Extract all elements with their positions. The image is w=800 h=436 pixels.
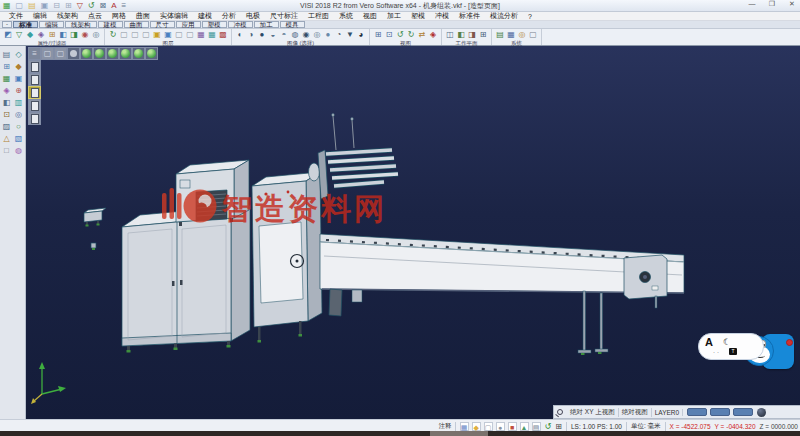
- menu-item[interactable]: 模流分析: [485, 11, 523, 21]
- ribbon-tool-icon[interactable]: ◧: [58, 30, 68, 40]
- ime-status-pill[interactable]: A ☾ ·· T: [698, 333, 764, 360]
- ribbon-tool-icon[interactable]: ⊡: [384, 30, 394, 40]
- color-swatch[interactable]: [687, 408, 707, 416]
- layer-strip-item[interactable]: 绝对视图: [619, 408, 652, 417]
- menu-item[interactable]: 曲面: [131, 11, 155, 21]
- render-sphere-icon[interactable]: [757, 408, 766, 417]
- ribbon-tool-icon[interactable]: ◑: [246, 30, 256, 40]
- ribbon-tool-icon[interactable]: ◒: [268, 30, 278, 40]
- menu-item[interactable]: 工程图: [303, 11, 334, 21]
- menu-item[interactable]: 文件: [4, 11, 28, 21]
- window-control-button[interactable]: ❐: [766, 0, 778, 8]
- palette-tool-icon[interactable]: ◧: [1, 97, 12, 108]
- toolbar-tab[interactable]: 塑模: [202, 21, 227, 28]
- top-view-icon[interactable]: [106, 47, 119, 60]
- menu-item[interactable]: 编辑: [28, 11, 52, 21]
- toolbar-tab[interactable]: 冲模: [228, 21, 253, 28]
- crosshair-icon[interactable]: ⊞: [555, 422, 562, 431]
- right-view-icon[interactable]: [119, 47, 132, 60]
- view-page-5-icon[interactable]: [28, 112, 41, 125]
- view-page-1-icon[interactable]: [28, 60, 41, 73]
- ime-moon-icon[interactable]: ☾: [723, 337, 731, 347]
- ribbon-tool-icon[interactable]: ▣: [163, 30, 173, 40]
- menu-item[interactable]: 塑模: [406, 11, 430, 21]
- ribbon-tool-icon[interactable]: ▢: [130, 30, 140, 40]
- ribbon-tool-icon[interactable]: ▦: [207, 30, 217, 40]
- palette-tool-icon[interactable]: ▣: [13, 73, 24, 84]
- menu-item[interactable]: 建模: [193, 11, 217, 21]
- back-view-icon[interactable]: [145, 47, 158, 60]
- menu-item[interactable]: ?: [523, 13, 537, 20]
- ribbon-tool-icon[interactable]: ◔: [334, 30, 344, 40]
- ribbon-tool-icon[interactable]: ◐: [235, 30, 245, 40]
- ribbon-tool-icon[interactable]: ◩: [3, 30, 13, 40]
- ribbon-tool-icon[interactable]: ↻: [108, 30, 118, 40]
- ribbon-tool-icon[interactable]: ◎: [312, 30, 322, 40]
- ribbon-tool-icon[interactable]: ◎: [517, 30, 527, 40]
- color-swatch[interactable]: [710, 408, 730, 416]
- ribbon-tool-icon[interactable]: ⇄: [417, 30, 427, 40]
- layer-strip-item[interactable]: 绝对 XY 上视图: [567, 408, 619, 417]
- palette-tool-icon[interactable]: ▥: [13, 97, 24, 108]
- magnifier-icon[interactable]: [557, 409, 563, 415]
- ribbon-tool-icon[interactable]: ▢: [185, 30, 195, 40]
- ribbon-tool-icon[interactable]: ▣: [152, 30, 162, 40]
- ribbon-tool-icon[interactable]: ↻: [406, 30, 416, 40]
- view-page-4-icon[interactable]: [28, 99, 41, 112]
- toolbar-tab[interactable]: 编辑: [39, 21, 64, 28]
- status-tool-icon[interactable]: ▤: [532, 422, 541, 431]
- ribbon-tool-icon[interactable]: ▦: [196, 30, 206, 40]
- status-tool-icon[interactable]: ▦: [460, 422, 469, 431]
- front-view-icon[interactable]: [93, 47, 106, 60]
- ribbon-tool-icon[interactable]: ▢: [528, 30, 538, 40]
- ribbon-tool-icon[interactable]: ◆: [25, 30, 35, 40]
- palette-tool-icon[interactable]: ◇: [13, 49, 24, 60]
- menu-item[interactable]: 线架构: [52, 11, 83, 21]
- ribbon-tool-icon[interactable]: ●: [323, 30, 333, 40]
- 3d-viewport[interactable]: 智造资料网 ≡▢▢: [26, 46, 800, 419]
- wireframe-mode-icon[interactable]: ▢: [54, 47, 67, 60]
- view-page-3-icon[interactable]: [28, 86, 41, 99]
- toolbar-tab[interactable]: 曲面: [124, 21, 149, 28]
- ribbon-tool-icon[interactable]: ▩: [218, 30, 228, 40]
- ribbon-tool-icon[interactable]: ◓: [279, 30, 289, 40]
- palette-tool-icon[interactable]: ⊡: [1, 109, 12, 120]
- palette-tool-icon[interactable]: △: [1, 133, 12, 144]
- toolbar-tab[interactable]: 标准: [13, 21, 38, 28]
- menu-item[interactable]: 实体编辑: [155, 11, 193, 21]
- menu-item[interactable]: 电极: [241, 11, 265, 21]
- palette-tool-icon[interactable]: ◎: [13, 109, 24, 120]
- ime-language-indicator[interactable]: A: [705, 336, 713, 348]
- palette-tool-icon[interactable]: ⊞: [1, 61, 12, 72]
- palette-tool-icon[interactable]: ▨: [1, 121, 12, 132]
- color-swatch[interactable]: [733, 408, 753, 416]
- ribbon-tool-icon[interactable]: ◕: [356, 30, 366, 40]
- iso-view-icon[interactable]: [80, 47, 93, 60]
- annotation-label[interactable]: 注释: [439, 422, 456, 431]
- ribbon-tool-icon[interactable]: ▢: [174, 30, 184, 40]
- left-view-icon[interactable]: [132, 47, 145, 60]
- toolbar-tab[interactable]: 加工: [254, 21, 279, 28]
- ribbon-tool-icon[interactable]: ▼: [345, 30, 355, 40]
- menu-item[interactable]: 点云: [83, 11, 107, 21]
- menu-item[interactable]: 尺寸标注: [265, 11, 303, 21]
- ribbon-tool-icon[interactable]: ◉: [80, 30, 90, 40]
- ribbon-tool-icon[interactable]: ◈: [428, 30, 438, 40]
- menu-item[interactable]: 系统: [334, 11, 358, 21]
- ribbon-tool-icon[interactable]: ●: [257, 30, 267, 40]
- toolbar-tab[interactable]: 线架构: [65, 21, 97, 28]
- ribbon-tool-icon[interactable]: ◨: [69, 30, 79, 40]
- palette-tool-icon[interactable]: ◈: [1, 85, 12, 96]
- menu-item[interactable]: 网格: [107, 11, 131, 21]
- menu-item[interactable]: 视图: [358, 11, 382, 21]
- menu-item[interactable]: 加工: [382, 11, 406, 21]
- ribbon-tool-icon[interactable]: ⊞: [478, 30, 488, 40]
- ribbon-tool-icon[interactable]: ▢: [141, 30, 151, 40]
- palette-tool-icon[interactable]: ▤: [1, 49, 12, 60]
- status-tool-icon[interactable]: ◆: [472, 422, 481, 431]
- palette-tool-icon[interactable]: ▧: [13, 133, 24, 144]
- status-tool-icon[interactable]: ■: [508, 422, 517, 431]
- palette-tool-icon[interactable]: ◍: [13, 145, 24, 156]
- ribbon-tool-icon[interactable]: ▢: [119, 30, 129, 40]
- toolbar-tab[interactable]: 建模: [98, 21, 123, 28]
